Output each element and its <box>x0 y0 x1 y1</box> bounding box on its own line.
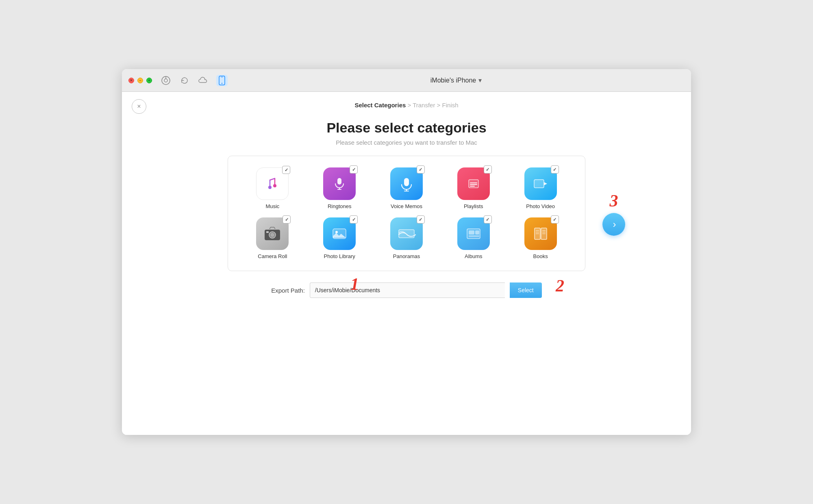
svg-rect-16 <box>534 180 544 188</box>
panoramas-label: Panoramas <box>393 253 420 259</box>
close-button[interactable]: × <box>132 99 146 114</box>
photo-library-label: Photo Library <box>324 253 355 259</box>
albums-category-icon-wrapper: ✓ <box>457 217 490 250</box>
breadcrumb-sep2: > <box>437 102 442 109</box>
device-icon[interactable] <box>216 75 228 86</box>
ringtones-check: ✓ <box>350 165 358 174</box>
playlists-check: ✓ <box>484 165 492 174</box>
music-category-icon-wrapper: ✓ <box>256 167 289 200</box>
photo-library-check: ✓ <box>350 215 358 224</box>
playlists-label: Playlists <box>464 203 483 209</box>
export-path-row: Export Path: Select <box>271 282 541 298</box>
toolbar-icons <box>160 75 228 86</box>
export-path-input[interactable] <box>310 282 505 298</box>
svg-rect-21 <box>266 231 269 233</box>
breadcrumb-step1: Select Categories <box>354 102 406 109</box>
svg-point-7 <box>273 184 276 187</box>
export-label: Export Path: <box>271 287 305 294</box>
panoramas-category-icon-wrapper: ✓ <box>390 217 423 250</box>
albums-label: Albums <box>465 253 482 259</box>
breadcrumb-step2: Transfer <box>413 102 435 109</box>
close-icon: × <box>137 103 141 110</box>
callout-3: 3 <box>610 191 618 211</box>
next-button[interactable]: › <box>602 213 625 236</box>
page-title: Please select categories <box>326 120 486 136</box>
category-camera-roll[interactable]: ✓ Camera Roll <box>241 217 304 259</box>
category-voice-memos[interactable]: ✓ Voice Memos <box>375 167 438 209</box>
svg-point-20 <box>270 233 274 237</box>
breadcrumb: Select Categories > Transfer > Finish <box>354 102 458 109</box>
camera-roll-category-icon-wrapper: ✓ <box>256 217 289 250</box>
camera-roll-label: Camera Roll <box>258 253 287 259</box>
ringtones-label: Ringtones <box>328 203 352 209</box>
breadcrumb-sep1: > <box>407 102 413 109</box>
photo-video-label: Photo Video <box>526 203 555 209</box>
category-panoramas[interactable]: ✓ Panoramas <box>375 217 438 259</box>
playlists-category-icon-wrapper: ✓ <box>457 167 490 200</box>
categories-grid: ✓ Music <box>241 167 572 259</box>
category-music[interactable]: ✓ Music <box>241 167 304 209</box>
svg-point-6 <box>268 186 272 189</box>
category-photo-library[interactable]: ✓ Photo Library <box>308 217 371 259</box>
category-books[interactable]: ✓ <box>509 217 572 259</box>
minimize-window-button[interactable]: − <box>137 78 143 83</box>
callout-2: 2 <box>556 276 564 295</box>
music-icon[interactable] <box>160 75 172 86</box>
voice-memos-check: ✓ <box>417 165 425 174</box>
cloud-icon[interactable] <box>198 75 209 86</box>
category-albums[interactable]: ✓ Albums <box>442 217 505 259</box>
main-window: ✕ − + <box>122 69 691 435</box>
voice-memos-label: Voice Memos <box>391 203 422 209</box>
panoramas-check: ✓ <box>417 215 425 224</box>
ringtones-category-icon-wrapper: ✓ <box>323 167 356 200</box>
photo-video-check: ✓ <box>551 165 559 174</box>
svg-marker-17 <box>544 182 547 185</box>
callout-1: 1 <box>350 274 359 294</box>
maximize-window-button[interactable]: + <box>146 78 152 83</box>
categories-section: 1 ✓ <box>228 156 585 271</box>
select-button[interactable]: Select <box>510 282 542 298</box>
books-label: Books <box>533 253 548 259</box>
titlebar-center: iMobie's iPhone ▾ <box>228 76 685 84</box>
refresh-icon[interactable] <box>179 75 190 86</box>
titlebar: ✕ − + <box>122 69 691 92</box>
category-playlists[interactable]: ✓ Playlists <box>442 167 505 209</box>
dropdown-arrow-icon[interactable]: ▾ <box>478 76 482 84</box>
svg-rect-28 <box>469 235 479 237</box>
camera-roll-check: ✓ <box>283 215 291 224</box>
albums-check: ✓ <box>484 215 492 224</box>
page-subtitle: Please select categories you want to tra… <box>336 139 477 146</box>
svg-point-1 <box>164 79 167 82</box>
category-ringtones[interactable]: ✓ Ringtones <box>308 167 371 209</box>
category-photo-video[interactable]: ✓ Photo Video <box>509 167 572 209</box>
books-check: ✓ <box>551 215 559 224</box>
svg-point-23 <box>335 231 338 233</box>
music-check: ✓ <box>282 166 290 174</box>
categories-box: ✓ Music <box>228 156 585 271</box>
device-name: iMobie's iPhone <box>430 77 476 84</box>
svg-rect-26 <box>469 230 474 235</box>
next-arrow-icon: › <box>613 219 616 230</box>
voice-memos-category-icon-wrapper: ✓ <box>390 167 423 200</box>
content-area: × Select Categories > Transfer > Finish … <box>122 92 691 435</box>
photo-library-category-icon-wrapper: ✓ <box>323 217 356 250</box>
close-window-button[interactable]: ✕ <box>128 78 134 83</box>
next-section: 3 › <box>602 191 625 236</box>
books-category-icon-wrapper: ✓ <box>524 217 557 250</box>
svg-point-4 <box>222 83 222 83</box>
music-label: Music <box>265 203 279 209</box>
breadcrumb-step3: Finish <box>442 102 459 109</box>
traffic-lights: ✕ − + <box>128 78 152 83</box>
svg-rect-27 <box>475 230 479 235</box>
photo-video-category-icon-wrapper: ✓ <box>524 167 557 200</box>
select-btn-label: Select <box>518 287 534 293</box>
